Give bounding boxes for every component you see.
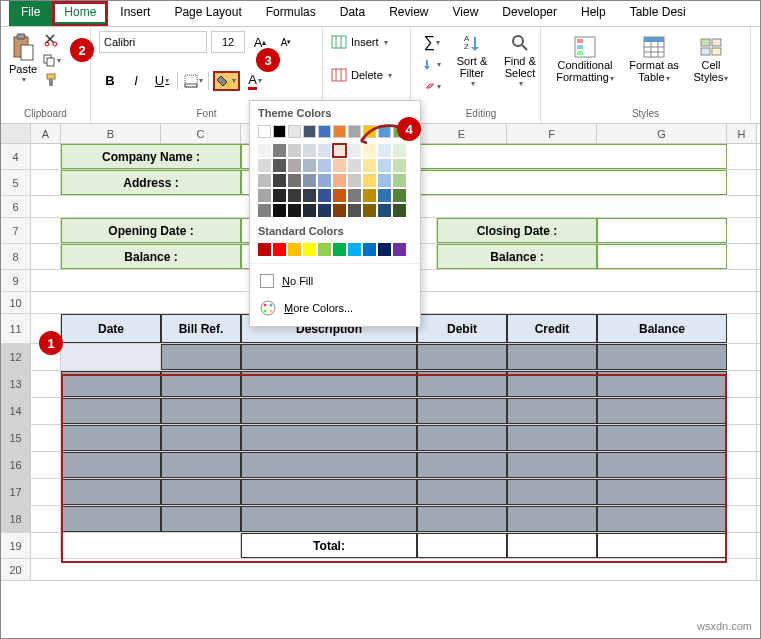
table-row[interactable] (61, 371, 161, 397)
color-swatch[interactable] (288, 243, 301, 256)
color-swatch[interactable] (333, 125, 346, 138)
color-swatch[interactable] (378, 243, 391, 256)
format-painter-button[interactable] (41, 71, 61, 89)
table-row[interactable] (61, 398, 161, 424)
table-row[interactable] (417, 371, 507, 397)
color-swatch[interactable] (348, 174, 361, 187)
color-swatch[interactable] (303, 159, 316, 172)
color-swatch[interactable] (332, 143, 347, 158)
table-row[interactable] (597, 479, 727, 505)
color-swatch[interactable] (258, 144, 271, 157)
table-row[interactable] (417, 452, 507, 478)
table-row[interactable] (597, 398, 727, 424)
tab-home[interactable]: Home (52, 1, 108, 26)
table-row[interactable] (161, 506, 241, 532)
table-row[interactable] (507, 452, 597, 478)
opening-date-label[interactable]: Opening Date : (61, 218, 241, 243)
table-row[interactable] (507, 371, 597, 397)
col-A[interactable]: A (31, 124, 61, 143)
table-row[interactable] (241, 506, 417, 532)
color-swatch[interactable] (363, 189, 376, 202)
color-swatch[interactable] (288, 204, 301, 217)
tab-table-design[interactable]: Table Desi (618, 1, 698, 26)
clear-button[interactable]: ▾ (419, 75, 445, 97)
row-4[interactable]: 4 (1, 144, 31, 169)
table-row[interactable] (507, 479, 597, 505)
col-H[interactable]: H (727, 124, 757, 143)
color-swatch[interactable] (303, 144, 316, 157)
tab-file[interactable]: File (9, 1, 52, 26)
color-swatch[interactable] (333, 204, 346, 217)
col-B[interactable]: B (61, 124, 161, 143)
row-18[interactable]: 18 (1, 506, 31, 532)
row-9[interactable]: 9 (1, 270, 31, 291)
table-row[interactable] (161, 479, 241, 505)
table-row[interactable] (161, 425, 241, 451)
total-balance[interactable] (597, 533, 727, 558)
conditional-formatting-button[interactable]: ConditionalFormatting▾ (549, 31, 621, 83)
bold-button[interactable]: B (99, 70, 121, 92)
color-swatch[interactable] (303, 204, 316, 217)
cell-styles-button[interactable]: CellStyles▾ (687, 31, 735, 83)
col-E[interactable]: E (417, 124, 507, 143)
table-row[interactable] (597, 344, 727, 370)
table-row[interactable] (161, 344, 241, 370)
color-swatch[interactable] (348, 189, 361, 202)
color-swatch[interactable] (273, 125, 286, 138)
header-balance[interactable]: Balance (597, 314, 727, 343)
color-swatch[interactable] (363, 159, 376, 172)
tab-insert[interactable]: Insert (108, 1, 162, 26)
italic-button[interactable]: I (125, 70, 147, 92)
balance-close-value[interactable] (597, 244, 727, 269)
color-swatch[interactable] (393, 189, 406, 202)
color-swatch[interactable] (258, 159, 271, 172)
color-swatch[interactable] (273, 243, 286, 256)
closing-date-label[interactable]: Closing Date : (437, 218, 597, 243)
font-name-select[interactable] (99, 31, 207, 53)
row-10[interactable]: 10 (1, 292, 31, 313)
table-row[interactable] (597, 506, 727, 532)
sum-button[interactable]: ∑▾ (419, 31, 445, 53)
row-12[interactable]: 12 (1, 344, 31, 370)
header-date[interactable]: Date (61, 314, 161, 343)
row-5[interactable]: 5 (1, 170, 31, 195)
header-debit[interactable]: Debit (417, 314, 507, 343)
color-swatch[interactable] (333, 174, 346, 187)
copy-button[interactable]: ▾ (41, 51, 61, 69)
font-size-select[interactable] (211, 31, 245, 53)
color-swatch[interactable] (288, 174, 301, 187)
cells-delete-button[interactable]: Delete▾ (331, 64, 402, 86)
row-13[interactable]: 13 (1, 371, 31, 397)
paste-button[interactable]: Paste▾ (9, 31, 37, 84)
tab-help[interactable]: Help (569, 1, 618, 26)
more-colors-button[interactable]: More Colors... (250, 294, 420, 322)
color-swatch[interactable] (273, 144, 286, 157)
row-17[interactable]: 17 (1, 479, 31, 505)
color-swatch[interactable] (288, 189, 301, 202)
table-row[interactable] (61, 425, 161, 451)
color-swatch[interactable] (363, 243, 376, 256)
color-swatch[interactable] (273, 204, 286, 217)
color-swatch[interactable] (393, 243, 406, 256)
color-swatch[interactable] (258, 125, 271, 138)
color-swatch[interactable] (348, 159, 361, 172)
total-debit[interactable] (417, 533, 507, 558)
table-row[interactable] (61, 479, 161, 505)
cut-button[interactable] (41, 31, 61, 49)
color-swatch[interactable] (303, 189, 316, 202)
color-swatch[interactable] (303, 174, 316, 187)
color-swatch[interactable] (288, 125, 301, 138)
color-swatch[interactable] (318, 204, 331, 217)
table-row[interactable] (417, 398, 507, 424)
table-row[interactable] (597, 452, 727, 478)
color-swatch[interactable] (318, 125, 331, 138)
tab-review[interactable]: Review (377, 1, 440, 26)
table-row[interactable] (161, 398, 241, 424)
color-swatch[interactable] (288, 144, 301, 157)
color-swatch[interactable] (273, 189, 286, 202)
tab-view[interactable]: View (441, 1, 491, 26)
decrease-font-button[interactable]: A▾ (275, 31, 297, 53)
color-swatch[interactable] (363, 174, 376, 187)
color-swatch[interactable] (273, 174, 286, 187)
company-name-label[interactable]: Company Name : (61, 144, 241, 169)
